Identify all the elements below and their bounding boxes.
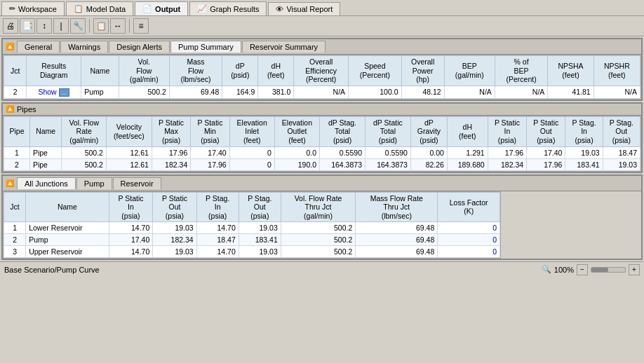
pipe-2-dp-gravity: 82.26 <box>410 158 447 170</box>
tab-output-label: Output <box>155 5 180 13</box>
pipe-1-p-static-min: 17.40 <box>191 146 229 158</box>
zoom-in-button[interactable]: + <box>629 264 640 275</box>
th-pipe-name: Name <box>29 116 62 146</box>
pipe-1-p-static-max: 17.96 <box>152 146 190 158</box>
th-dh: dH(feet) <box>258 56 294 86</box>
jct-1-name: Lower Reservoir <box>26 222 109 234</box>
junctions-table-wrap: Jct Name P StaticIn(psia) P StaticOut(ps… <box>3 191 501 259</box>
pipe-2-dp-stag-total: 164.3873 <box>320 158 365 170</box>
th-name: Name <box>81 56 119 86</box>
tab-junctions-pump[interactable]: Pump <box>76 177 112 189</box>
junctions-section-header: 🔼 All Junctions Pump Reservoir <box>3 176 641 191</box>
jct-3-p-stag-in: 14.70 <box>196 246 239 258</box>
pump-vol-flow: 500.2 <box>119 85 169 98</box>
pipe-2-p-static-in: 182.34 <box>488 158 526 170</box>
junctions-collapse[interactable]: 🔼 <box>6 179 14 187</box>
th-jct-p-stag-out: P Stag.Out(psia) <box>239 192 281 222</box>
jct-1-mass-flow: 69.48 <box>356 222 438 234</box>
zoom-slider[interactable] <box>591 267 626 273</box>
jct-3-name: Upper Reservoir <box>26 246 109 258</box>
pump-summary-table: Jct ResultsDiagram Name Vol.Flow(gal/min… <box>4 55 640 99</box>
jct-1-id: 1 <box>4 222 26 234</box>
pipe-1-dp-gravity: 0.00 <box>410 146 447 158</box>
pipe-row-2: 2 Pipe 500.2 12.61 182.34 17.96 0 190.0 … <box>4 158 640 170</box>
pipe-2-dh: 189.680 <box>447 158 488 170</box>
model-data-icon: 📋 <box>74 4 83 13</box>
toolbar-btn-6[interactable]: 📋 <box>93 18 109 34</box>
pipes-collapse[interactable]: 🔼 <box>6 105 14 113</box>
tab-design-alerts[interactable]: Design Alerts <box>109 41 170 53</box>
top-tab-bar: ✏ Workspace 📋 Model Data 📄 Output 📈 Grap… <box>0 0 644 16</box>
pipe-row-1: 1 Pipe 500.2 12.61 17.96 17.40 0 0.0 0.5… <box>4 146 640 158</box>
pipe-2-name: Pipe <box>29 158 62 170</box>
th-jct-mass-flow: Mass Flow RateThru Jct(lbm/sec) <box>356 192 438 222</box>
jct-1-loss-factor: 0 <box>438 222 500 234</box>
th-jct-p-stag-in: P Stag.In(psia) <box>196 192 239 222</box>
tab-model-data[interactable]: 📋 Model Data <box>66 1 133 15</box>
th-power: OverallPower(hp) <box>401 56 444 86</box>
jct-3-mass-flow: 69.48 <box>356 246 438 258</box>
pump-name: Pump <box>81 85 119 98</box>
pump-summary-header: 🔼 General Warnings Design Alerts Pump Su… <box>3 39 641 55</box>
th-pipe-velocity: Velocity(feet/sec) <box>106 116 152 146</box>
tab-workspace[interactable]: ✏ Workspace <box>1 1 65 15</box>
toolbar-btn-8[interactable]: ≡ <box>133 18 149 34</box>
pipe-2-p-static-out: 17.96 <box>527 158 565 170</box>
tab-visual-report[interactable]: 👁 Visual Report <box>268 2 340 15</box>
pipe-1-velocity: 12.61 <box>106 146 152 158</box>
footer-zoom: 🔍 100% − + <box>542 264 640 275</box>
th-pipe-p-static-max: P StaticMax(psia) <box>152 116 190 146</box>
tab-general[interactable]: General <box>17 41 60 53</box>
jct-2-name: Pump <box>26 234 109 246</box>
jct-1-p-stag-in: 14.70 <box>196 222 239 234</box>
zoom-out-button[interactable]: − <box>577 264 588 275</box>
graph-results-icon: 📈 <box>197 4 207 13</box>
th-pipe-dh: dH(feet) <box>447 116 488 146</box>
jct-1-vol-flow: 500.2 <box>281 222 355 234</box>
toolbar-btn-7[interactable]: ↔ <box>110 18 126 34</box>
pump-dp: 164.9 <box>222 85 258 98</box>
toolbar-btn-1[interactable]: 🖨 <box>3 18 18 34</box>
jct-3-p-static-out: 19.03 <box>153 246 196 258</box>
pipes-table: Pipe Name Vol. FlowRate(gal/min) Velocit… <box>4 116 640 171</box>
pump-summary-table-wrap: Jct ResultsDiagram Name Vol.Flow(gal/min… <box>3 55 641 100</box>
toolbar-btn-5[interactable]: 🔧 <box>70 18 86 34</box>
jct-2-mass-flow: 69.48 <box>356 234 438 246</box>
jct-2-id: 2 <box>4 234 26 246</box>
pipe-2-p-stag-out: 19.03 <box>603 158 640 170</box>
jct-3-loss-factor: 0 <box>438 246 500 258</box>
th-results-diagram: ResultsDiagram <box>27 56 81 86</box>
tab-all-junctions[interactable]: All Junctions <box>17 177 76 189</box>
junctions-content: Jct Name P StaticIn(psia) P StaticOut(ps… <box>3 191 641 259</box>
pipe-2-p-static-min: 17.96 <box>191 158 229 170</box>
pipe-2-elev-inlet: 0 <box>229 158 274 170</box>
pipe-1-p-static-out: 17.40 <box>527 146 565 158</box>
pump-summary-collapse[interactable]: 🔼 <box>6 43 14 50</box>
pump-diagram-btn[interactable]: ... <box>59 88 70 97</box>
tab-warnings[interactable]: Warnings <box>60 41 108 53</box>
tab-pump-summary[interactable]: Pump Summary <box>170 41 241 53</box>
tab-graph-results[interactable]: 📈 Graph Results <box>189 1 267 15</box>
tab-reservoir-summary[interactable]: Reservoir Summary <box>242 41 326 53</box>
pipe-2-velocity: 12.61 <box>106 158 152 170</box>
toolbar-btn-4[interactable]: | <box>53 18 69 34</box>
tab-junctions-reservoir[interactable]: Reservoir <box>113 177 161 189</box>
th-jct: Jct <box>4 56 27 86</box>
tab-output[interactable]: 📄 Output <box>135 1 188 15</box>
jct-2-p-stag-in: 18.47 <box>196 234 239 246</box>
pipe-1-dp-stag-total: 0.5590 <box>320 146 365 158</box>
tab-visual-report-label: Visual Report <box>286 5 333 13</box>
pump-row-1: 2 Show ... Pump 500.2 69.48 164.9 381.0 … <box>4 85 640 98</box>
jct-1-p-stag-out: 19.03 <box>239 222 281 234</box>
pump-summary-section: 🔼 General Warnings Design Alerts Pump Su… <box>1 38 643 101</box>
th-dp: dP(psid) <box>222 56 258 86</box>
toolbar-btn-2[interactable]: 📑 <box>20 18 35 34</box>
junctions-right-panel <box>501 191 641 259</box>
jct-1-p-static-out: 19.03 <box>153 222 196 234</box>
zoom-slider-fill <box>591 268 608 272</box>
toolbar-btn-3[interactable]: ↕ <box>36 18 52 34</box>
pipe-1-elev-inlet: 0 <box>229 146 274 158</box>
pipe-2-id: 2 <box>4 158 30 170</box>
toolbar: 🖨 📑 ↕ | 🔧 📋 ↔ ≡ <box>0 16 644 36</box>
th-efficiency: OverallEfficiency(Percent) <box>294 56 349 86</box>
